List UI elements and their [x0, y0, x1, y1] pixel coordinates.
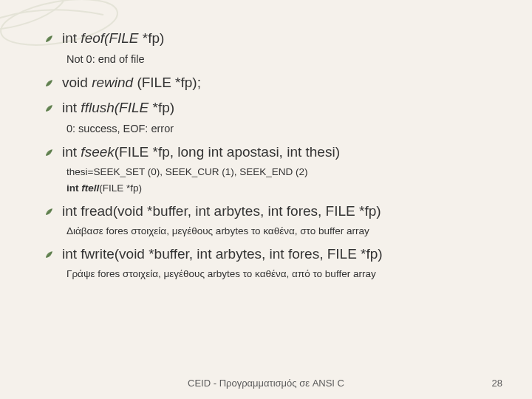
list-subtext: thesi=SEEK_SET (0), SEEK_CUR (1), SEEK_E… [66, 166, 488, 179]
leaf-bullet-icon [44, 34, 55, 44]
list-text: int fseek(FILE *fp, long int apostasi, i… [62, 143, 340, 162]
footer-center-text: CEID - Προγραμματισμός σε ANSI C [188, 378, 344, 389]
list-text: int fread(void *buffer, int arbytes, int… [62, 202, 381, 221]
leaf-bullet-icon [44, 250, 55, 260]
page-number: 28 [492, 378, 502, 389]
list-item-l2: 0: success, EOF: error [66, 122, 488, 136]
list-subtext: 0: success, EOF: error [66, 122, 488, 136]
list-item-l2: Διάβασε fores στοιχεία, μεγέθους arbytes… [66, 225, 488, 238]
list-item-l2: Γράψε fores στοιχεία, μεγέθους arbytes τ… [66, 267, 488, 281]
list-item-l2: Not 0: end of file [66, 52, 488, 66]
list-subtext: int ftell(FILE *fp) [66, 182, 488, 195]
list-text: void rewind (FILE *fp); [62, 74, 201, 92]
list-subtext: Γράψε fores στοιχεία, μεγέθους arbytes τ… [66, 267, 488, 281]
list-subtext: Διάβασε fores στοιχεία, μεγέθους arbytes… [66, 225, 488, 238]
leaf-bullet-icon [44, 78, 55, 89]
footer: CEID - Προγραμματισμός σε ANSI C 28 [0, 378, 532, 389]
list-text: int feof(FILE *fp) [62, 30, 164, 48]
list-item-l1: int fread(void *buffer, int arbytes, int… [44, 202, 488, 221]
leaf-bullet-icon [44, 103, 55, 114]
list-item-l1: int fwrite(void *buffer, int arbytes, in… [44, 245, 488, 264]
list-text: int fwrite(void *buffer, int arbytes, in… [62, 245, 383, 264]
list-text: int fflush(FILE *fp) [62, 99, 174, 117]
list-item-l1: void rewind (FILE *fp); [44, 74, 488, 92]
list-item-l2: thesi=SEEK_SET (0), SEEK_CUR (1), SEEK_E… [66, 166, 488, 179]
leaf-bullet-icon [44, 148, 55, 158]
list-item-l1: int fflush(FILE *fp) [44, 99, 488, 117]
list-subtext: Not 0: end of file [66, 52, 488, 66]
list-item-l1: int feof(FILE *fp) [44, 30, 488, 48]
list-item-l1: int fseek(FILE *fp, long int apostasi, i… [44, 143, 488, 162]
leaf-bullet-icon [44, 207, 55, 217]
list-item-l2: int ftell(FILE *fp) [66, 182, 488, 195]
slide-content: int feof(FILE *fp)Not 0: end of filevoid… [0, 0, 532, 299]
